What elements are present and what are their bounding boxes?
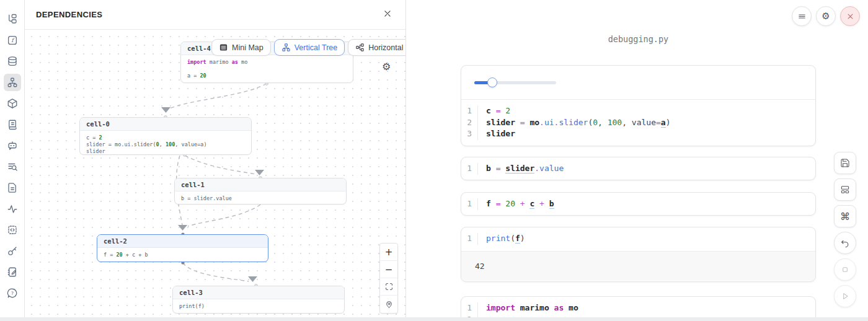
node-title: cell-3 [173, 286, 344, 299]
scroll-icon [7, 119, 18, 130]
layout-panels-icon [840, 185, 850, 195]
search-list-icon [7, 161, 18, 172]
shutdown-button[interactable] [840, 6, 860, 26]
sidebar-item-file-explorer[interactable] [4, 11, 21, 28]
minimap-view-button[interactable]: Mini Map [211, 39, 271, 56]
code-editor[interactable]: 1f = 20 + c + b [461, 193, 815, 216]
activity-icon [7, 203, 18, 214]
undo-icon [840, 238, 850, 248]
dependencies-panel: DEPENDENCIES [25, 0, 406, 321]
minimap-label: Mini Map [232, 43, 264, 52]
chatbot-icon [7, 140, 18, 151]
horizontal-tree-label: Horizontal Tree [368, 43, 405, 52]
help-bubble-icon: ? [7, 288, 18, 299]
sidebar-item-dependencies[interactable] [4, 74, 21, 91]
horizontal-tree-view-button[interactable]: Horizontal Tree [348, 39, 405, 56]
graph-node-cell-0[interactable]: cell-0 c = 2slider = mo.ui.slider(0, 100… [79, 117, 252, 155]
undo-button[interactable] [834, 232, 856, 254]
node-code: import marimo as moa = 20 [181, 55, 353, 83]
sidebar-item-chat[interactable] [4, 137, 21, 154]
dependencies-header: DEPENDENCIES [25, 0, 405, 30]
graph-node-cell-1[interactable]: cell-1 b = slider.value [174, 178, 347, 204]
dependency-graph-icon [7, 77, 18, 88]
key-icon [7, 245, 18, 257]
command-icon: ⌘ [840, 211, 850, 222]
map-pin-icon [385, 301, 393, 309]
sidebar-item-tracing[interactable] [4, 200, 21, 218]
locate-node-button[interactable] [380, 296, 397, 313]
fullscreen-icon [385, 283, 393, 291]
node-code: c = 2slider = mo.ui.slider(0, 100, value… [80, 131, 251, 155]
slider-track[interactable] [474, 81, 556, 84]
function-icon: f [7, 35, 18, 46]
code-editor[interactable]: 1c = 22slider = mo.ui.slider(0, 100, val… [461, 100, 815, 146]
code-box-icon [7, 224, 18, 235]
sidebar-item-help[interactable]: ? [4, 284, 21, 302]
stop-icon [840, 265, 850, 275]
code-cell-slider[interactable]: 1c = 22slider = mo.ui.slider(0, 100, val… [461, 65, 816, 146]
stop-button[interactable] [834, 258, 856, 281]
node-code: f = 20 + c + b [97, 248, 268, 262]
graph-node-cell-2[interactable]: cell-2 f = 20 + c + b [97, 234, 268, 262]
notepad-pencil-icon [7, 266, 18, 278]
notebook-top-buttons: ⚙ [792, 6, 860, 26]
node-title: cell-1 [175, 178, 346, 191]
graph-view-toolbar: Mini Map Vertical Tree Horizontal Tree [211, 39, 405, 56]
vertical-tree-label: Vertical Tree [294, 43, 337, 52]
notebook-pane: debugging.py ⚙ 1c = 22slid [406, 0, 868, 321]
save-button[interactable] [834, 152, 856, 174]
code-editor[interactable]: 1b = slider.value [461, 157, 815, 180]
document-icon [7, 182, 18, 193]
graph-settings-button[interactable]: ⚙ [382, 61, 391, 73]
sidebar-item-variables[interactable]: f [4, 32, 21, 49]
code-editor[interactable]: 1print(f) [461, 227, 815, 251]
sidebar-item-scratchpad[interactable] [4, 263, 21, 281]
code-cell-b[interactable]: 1b = slider.value [461, 157, 816, 180]
sidebar-item-packages[interactable] [4, 95, 21, 112]
sidebar-item-search-logs[interactable] [4, 158, 21, 175]
helper-sidebar: f [0, 0, 25, 321]
notebook-settings-button[interactable]: ⚙ [816, 6, 836, 26]
node-code: b = slider.value [175, 191, 346, 204]
horizontal-scrollbar[interactable] [0, 317, 868, 321]
sidebar-item-snippets[interactable] [4, 221, 21, 239]
database-icon [7, 56, 18, 67]
play-icon [840, 291, 850, 301]
file-tree-icon [7, 14, 18, 25]
slider-output-area [461, 66, 815, 100]
layout-button[interactable] [834, 178, 856, 201]
code-cell-f[interactable]: 1f = 20 + c + b [461, 192, 816, 216]
node-title: cell-2 [97, 235, 268, 248]
code-cell-print[interactable]: 1print(f) 42 [461, 227, 816, 282]
node-code: print(f) [173, 299, 344, 314]
minimap-icon [219, 43, 228, 52]
marimo-app: f [0, 0, 868, 321]
zoom-out-button[interactable]: − [380, 261, 397, 278]
slider-thumb[interactable] [487, 77, 497, 87]
panel-title: DEPENDENCIES [36, 10, 102, 19]
vertical-tree-view-button[interactable]: Vertical Tree [274, 39, 345, 56]
graph-node-cell-3[interactable]: cell-3 print(f) [172, 286, 345, 314]
notebook-action-buttons: ⌘ [834, 152, 856, 307]
notebook-menu-button[interactable] [792, 6, 812, 26]
package-icon [7, 98, 18, 109]
vertical-tree-icon [281, 43, 291, 52]
sidebar-item-secrets[interactable] [4, 242, 21, 260]
run-button[interactable] [834, 285, 856, 307]
close-panel-button[interactable] [381, 7, 394, 22]
sidebar-item-documentation[interactable] [4, 179, 21, 196]
zoom-in-button[interactable]: + [380, 244, 397, 261]
save-icon [840, 158, 850, 168]
sidebar-item-logs[interactable] [4, 116, 21, 133]
sidebar-item-datasources[interactable] [4, 53, 21, 70]
slider-widget[interactable] [474, 77, 556, 87]
close-x-icon [846, 12, 855, 21]
cell-output: 42 [461, 251, 815, 281]
graph-zoom-controls: + − [379, 243, 398, 314]
fit-view-button[interactable] [380, 278, 397, 296]
keyboard-shortcuts-button[interactable]: ⌘ [834, 205, 856, 227]
svg-text:f: f [11, 37, 15, 43]
dependency-graph-canvas[interactable]: cell-4 import marimo as moa = 20 cell-0 … [25, 30, 405, 321]
hamburger-menu-icon [797, 12, 807, 21]
node-title: cell-0 [80, 118, 251, 131]
